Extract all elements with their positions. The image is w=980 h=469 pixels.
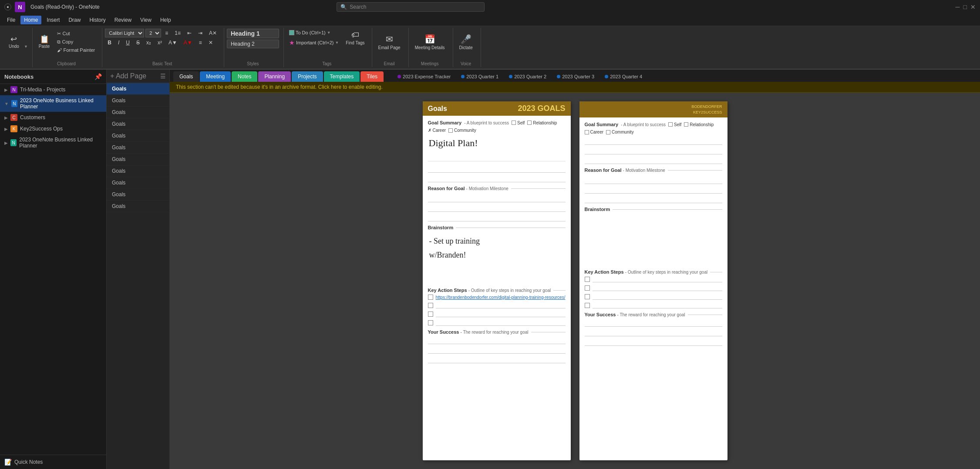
sort-pages-icon[interactable]: ☰ — [160, 73, 166, 80]
reason-line-right-1 — [585, 176, 722, 184]
tab-notes[interactable]: Notes — [232, 71, 257, 82]
menu-draw[interactable]: Draw — [65, 16, 84, 24]
notebook-2023-planner-1[interactable]: ▼ N 2023 OneNote Business Linked Planner — [0, 95, 106, 112]
relationship-checkbox-right — [684, 122, 688, 127]
important-star-icon: ★ — [289, 39, 295, 46]
find-tags-button[interactable]: 🏷 Find Tags — [343, 29, 367, 47]
tab-templates[interactable]: Templates — [324, 71, 360, 82]
menu-review[interactable]: Review — [111, 16, 135, 24]
increase-indent-button[interactable]: ⇥ — [195, 29, 205, 37]
maximize-btn[interactable]: □ — [963, 3, 967, 10]
career-checkbox-item: ✗ Career — [428, 128, 446, 133]
community-label: Community — [454, 128, 476, 133]
tab-planning[interactable]: Planning — [258, 71, 291, 82]
heading2-style[interactable]: Heading 2 — [227, 40, 279, 48]
tab-tiles[interactable]: Tiles — [360, 71, 384, 82]
action-link-1[interactable]: https://brandenbodendorfer.com/digital-p… — [436, 295, 566, 300]
undo-button[interactable]: ↩ Undo — [5, 29, 23, 55]
strikethrough-button[interactable]: S — [134, 39, 142, 47]
heading1-style[interactable]: Heading 1 — [227, 29, 279, 38]
action-cb-right-3 — [585, 294, 590, 299]
action-row-right-2 — [585, 285, 722, 291]
year-q3[interactable]: 2023 Quarter 3 — [552, 72, 599, 81]
page-goals-2[interactable]: Goals — [107, 95, 169, 107]
cut-button[interactable]: ✂ Cut — [54, 30, 98, 37]
italic-button[interactable]: I — [115, 39, 122, 47]
important-tag-button[interactable]: ★ Important (Ctrl+2) ▼ — [286, 38, 341, 47]
year-dot-q1 — [461, 75, 465, 78]
year-q4[interactable]: 2023 Quarter 4 — [600, 72, 647, 81]
dictate-button[interactable]: 🎤 Dictate — [456, 29, 476, 55]
menu-file[interactable]: File — [3, 16, 19, 24]
your-success-label: Your Success - The reward for reaching y… — [428, 329, 529, 335]
page-goals-7[interactable]: Goals — [107, 154, 169, 165]
year-expense-tracker[interactable]: 2023 Expense Tracker — [393, 72, 455, 81]
goal-line-right-3 — [585, 156, 722, 164]
page-goals-3[interactable]: Goals — [107, 107, 169, 118]
relationship-cb-right: Relationship — [684, 122, 714, 127]
notebook-name-key2success: Key2Success Ops — [20, 126, 63, 132]
decrease-indent-button[interactable]: ⇤ — [185, 29, 194, 37]
archive-notice[interactable]: This section can't be edited because it'… — [170, 82, 980, 93]
search-bar[interactable]: 🔍 Search — [337, 2, 485, 12]
clear-format-button[interactable]: A✕ — [206, 29, 219, 37]
menu-view[interactable]: View — [137, 16, 155, 24]
list-bullets-button[interactable]: ≡ — [162, 29, 171, 37]
bold-button[interactable]: B — [105, 39, 114, 47]
brainstorm-section-divider: Brainstorm — [428, 225, 566, 230]
titlebar: ● N Goals (Read-Only) - OneNote 🔍 Search… — [0, 0, 980, 14]
format-painter-button[interactable]: 🖌 Format Painter — [54, 47, 98, 54]
menu-help[interactable]: Help — [157, 16, 175, 24]
superscript-button[interactable]: x² — [155, 39, 165, 47]
action-cb-right-2 — [585, 285, 590, 291]
font-size-selector[interactable]: 20 — [145, 29, 161, 37]
tab-goals[interactable]: Goals — [173, 71, 199, 82]
menu-home[interactable]: Home — [20, 16, 41, 24]
page-goals-9[interactable]: Goals — [107, 177, 169, 189]
page-goals-11[interactable]: Goals — [107, 201, 169, 212]
page-goals-4[interactable]: Goals — [107, 118, 169, 130]
year-q1[interactable]: 2023 Quarter 1 — [457, 72, 503, 81]
notebook-tri-media[interactable]: ▶ N Tri-Media - Projects — [0, 84, 106, 95]
page-goals-5[interactable]: Goals — [107, 130, 169, 142]
font-selector[interactable]: Calibri Light — [105, 29, 144, 37]
minimize-btn[interactable]: ─ — [956, 3, 960, 10]
action-line-right-1 — [593, 276, 722, 282]
list-numbers-button[interactable]: 1≡ — [172, 29, 183, 37]
copy-button[interactable]: ⧉ Copy — [54, 38, 98, 46]
key-action-row-3 — [428, 311, 566, 317]
highlight-button[interactable]: A▼ — [166, 39, 180, 47]
page-goals-10[interactable]: Goals — [107, 189, 169, 201]
align-button[interactable]: ≡ — [196, 39, 205, 47]
notebook-key2success[interactable]: ▶ K Key2Success Ops — [0, 123, 106, 134]
font-color-button[interactable]: A▼ — [181, 39, 195, 47]
menu-history[interactable]: History — [86, 16, 109, 24]
add-page-button[interactable]: + Add Page — [110, 72, 146, 80]
meeting-details-button[interactable]: 📅 Meeting Details — [411, 29, 448, 55]
close-btn[interactable]: ✕ — [970, 3, 976, 10]
page-goals-1[interactable]: Goals — [107, 83, 169, 95]
todo-dropdown[interactable]: ▼ — [327, 30, 331, 35]
important-dropdown[interactable]: ▼ — [335, 40, 339, 45]
card-header-left: Goals 2023 GOALS — [423, 101, 571, 116]
year-q2[interactable]: 2023 Quarter 2 — [505, 72, 551, 81]
clear-formatting-button[interactable]: ✕ — [206, 39, 216, 47]
tab-projects[interactable]: Projects — [292, 71, 323, 82]
notebook-2023-planner-2[interactable]: ▶ N 2023 OneNote Business Linked Planner — [0, 134, 106, 151]
underline-button[interactable]: U — [123, 39, 132, 47]
subscript-button[interactable]: x₂ — [144, 39, 154, 47]
quick-notes-item[interactable]: 📝 Quick Notes — [0, 455, 106, 469]
self-checkbox-item: Self — [512, 121, 525, 125]
tab-meeting[interactable]: Meeting — [200, 71, 231, 82]
todo-tag-button[interactable]: To Do (Ctrl+1) ▼ — [286, 29, 341, 37]
notebook-customers[interactable]: ▶ C Customers — [0, 112, 106, 123]
pin-icon[interactable]: 📌 — [94, 73, 102, 80]
menu-insert[interactable]: Insert — [43, 16, 63, 24]
undo-dropdown[interactable]: ▼ — [24, 44, 28, 49]
email-page-button[interactable]: ✉ Email Page — [375, 29, 404, 55]
page-goals-6[interactable]: Goals — [107, 142, 169, 154]
goal-line-1 — [428, 165, 566, 173]
section-tabs: Goals Meeting Notes Planning Projects Te… — [170, 70, 980, 82]
page-goals-8[interactable]: Goals — [107, 165, 169, 177]
paste-button[interactable]: 📋 Paste — [35, 29, 54, 55]
